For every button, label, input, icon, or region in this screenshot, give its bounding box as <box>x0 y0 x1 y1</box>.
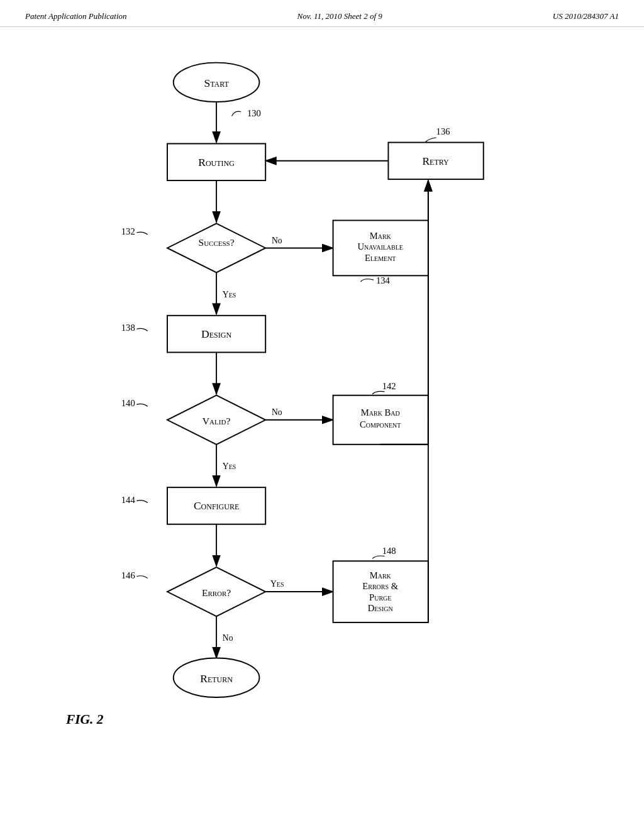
yes-label-3: Yes <box>270 579 284 589</box>
label-130: 130 <box>247 108 261 118</box>
no-label-2: No <box>272 407 282 417</box>
header-right: US 2010/284307 A1 <box>553 11 619 21</box>
return-label: Return <box>200 672 233 685</box>
design-label: Design <box>201 328 231 340</box>
routing-label: Routing <box>198 156 235 169</box>
valid-label: Valid? <box>203 416 231 426</box>
label-148: 148 <box>382 546 396 556</box>
label-138: 138 <box>121 323 135 333</box>
label-140: 140 <box>121 398 135 408</box>
page-header: Patent Application Publication Nov. 11, … <box>0 0 644 27</box>
start-label: Start <box>204 77 229 89</box>
mark-errors-label-1: Mark <box>370 570 392 580</box>
no-label-3: No <box>223 633 233 643</box>
header-center: Nov. 11, 2010 Sheet 2 of 9 <box>297 11 382 21</box>
label-146: 146 <box>121 570 135 580</box>
mark-unavailable-label-2: Unavailable <box>358 241 403 252</box>
label-136: 136 <box>436 126 450 136</box>
label-134: 134 <box>376 275 391 285</box>
mark-bad-label-1: Mark Bad <box>361 407 400 418</box>
error-label: Error? <box>202 587 231 598</box>
retry-label: Retry <box>422 155 449 167</box>
mark-errors-label-2: Errors & <box>362 581 398 591</box>
fig-label: FIG. 2 <box>65 712 104 727</box>
mark-bad-label-2: Component <box>360 419 401 429</box>
label-132: 132 <box>121 226 135 236</box>
flowchart-svg: Start 130 Routing 132 Success? No Mark U… <box>0 27 644 800</box>
yes-label-2: Yes <box>223 462 236 471</box>
yes-label-1: Yes <box>223 290 236 299</box>
configure-label: Configure <box>194 499 239 512</box>
success-label: Success? <box>199 238 235 248</box>
mark-unavailable-label-1: Mark <box>370 231 392 241</box>
label-144: 144 <box>121 495 136 505</box>
header-left: Patent Application Publication <box>25 11 127 21</box>
no-label-1: No <box>272 236 282 245</box>
label-142: 142 <box>382 381 396 391</box>
diagram-container: Start 130 Routing 132 Success? No Mark U… <box>0 27 644 800</box>
mark-errors-label-4: Design <box>368 603 393 613</box>
mark-errors-label-3: Purge <box>369 592 391 602</box>
mark-unavailable-label-3: Element <box>365 253 396 263</box>
